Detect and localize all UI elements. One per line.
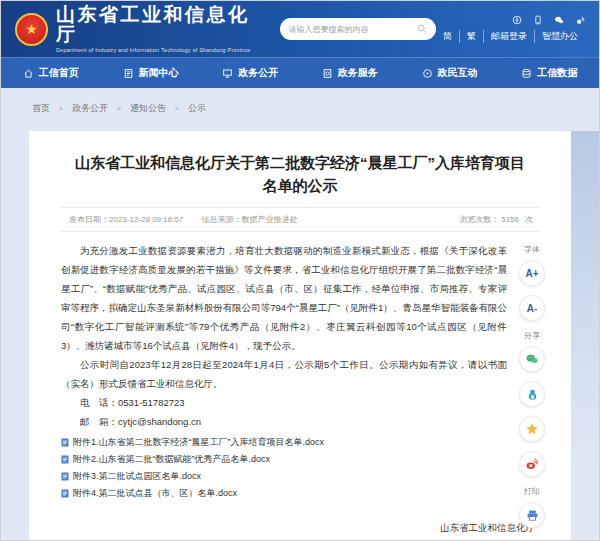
smart-office-link[interactable]: 智慧办公 xyxy=(534,30,585,43)
decorative-gradient-strip xyxy=(571,131,600,461)
nav-item-news[interactable]: 新闻中心 xyxy=(101,58,201,88)
wechat-icon[interactable] xyxy=(554,15,564,25)
national-emblem-icon: ★ xyxy=(15,13,48,46)
header-right: 简 繁 邮箱登录 智慧办公 xyxy=(436,15,585,43)
nav-item-disclosure[interactable]: 政务公开 xyxy=(200,58,300,88)
nav-item-interaction[interactable]: 政民互动 xyxy=(400,58,500,88)
signature-block: 山东省工业和信息化厅 2023年12月28日 xyxy=(29,516,535,541)
share-qq-button[interactable] xyxy=(519,381,545,407)
view-count-label: 浏览次数： xyxy=(459,215,499,224)
attachment-list: 附件1.山东省第二批数字经济“晨星工厂”入库培育项目名单.docx 附件2.山东… xyxy=(61,434,507,502)
wechat-icon xyxy=(525,352,539,366)
info-source-label: 信息来源： xyxy=(202,215,242,224)
site-titles: 山东省工业和信息化厅 Department of Industry and In… xyxy=(56,5,266,53)
site-header: ★ 山东省工业和信息化厅 Department of Industry and … xyxy=(1,1,599,57)
nav-label: 工信数据 xyxy=(537,66,577,80)
font-increase-button[interactable]: A+ xyxy=(519,260,545,286)
signature-org: 山东省工业和信息化厅 xyxy=(29,516,535,540)
attachment-label: 附件3.第二批试点园区名单.docx xyxy=(73,468,201,485)
share-wechat-button[interactable] xyxy=(519,346,545,372)
attachment-link-1[interactable]: 附件1.山东省第二批数字经济“晨星工厂”入库培育项目名单.docx xyxy=(61,434,507,451)
main-nav: 工信首页 新闻中心 政务公开 政务服务 政民互动 工信数据 xyxy=(1,57,599,88)
word-doc-icon xyxy=(61,455,69,464)
word-doc-icon xyxy=(61,489,69,498)
breadcrumb-home[interactable]: 首页 xyxy=(32,102,50,115)
attachment-link-4[interactable]: 附件4.第二批试点县（市、区）名单.docx xyxy=(61,485,507,502)
article-meta: 发布日期：2023-12-28 09:16:57 信息来源：数据产业推进处 浏览… xyxy=(59,207,541,232)
accessibility-icon[interactable] xyxy=(512,15,522,25)
services-icon xyxy=(322,68,333,79)
article-body: 为充分激发工业数据资源要素潜力，培育壮大数据驱动的制造业新模式新业态，根据《关于… xyxy=(61,241,507,502)
header-quick-links: 简 繁 邮箱登录 智慧办公 xyxy=(436,30,585,43)
header-mini-icons xyxy=(436,15,585,25)
qq-icon xyxy=(526,388,539,401)
site-title: 山东省工业和信息化厅 xyxy=(56,5,266,45)
print-label: 打印 xyxy=(517,486,547,497)
contact-phone: 电 话：0531-51782723 xyxy=(61,393,507,412)
attachment-link-2[interactable]: 附件2.山东省第二批“数据赋能”优秀产品名单.docx xyxy=(61,451,507,468)
nav-item-services[interactable]: 政务服务 xyxy=(300,58,400,88)
database-icon xyxy=(521,68,532,79)
nav-label: 新闻中心 xyxy=(139,66,179,80)
nav-item-home[interactable]: 工信首页 xyxy=(1,58,101,88)
nav-item-data[interactable]: 工信数据 xyxy=(499,58,599,88)
mail-login-link[interactable]: 邮箱登录 xyxy=(483,30,534,43)
meta-left: 发布日期：2023-12-28 09:16:57 信息来源：数据产业推进处 xyxy=(69,214,314,225)
nav-label: 政民互动 xyxy=(438,66,478,80)
publish-date-value: 2023-12-28 09:16:57 xyxy=(109,215,183,224)
share-label: 分享 xyxy=(517,330,547,341)
view-count-value: 5156 xyxy=(501,215,519,224)
info-source: 信息来源：数据产业推进处 xyxy=(202,215,298,224)
nav-label: 工信首页 xyxy=(39,66,79,80)
search-icon[interactable] xyxy=(417,24,427,34)
paragraph-2: 公示时间自2023年12月28日起至2024年1月4日，公示期5个工作日。公示期… xyxy=(61,355,507,393)
info-source-value: 数据产业推进处 xyxy=(242,215,298,224)
word-doc-icon xyxy=(61,472,69,481)
news-icon xyxy=(123,68,134,79)
side-toolbar: 字体 A+ A- 分享 打印 xyxy=(517,237,547,537)
weibo-icon xyxy=(525,457,539,471)
view-count-unit: 次 xyxy=(525,215,533,224)
qzone-icon xyxy=(525,422,539,436)
breadcrumb-disclosure[interactable]: 政务公开 xyxy=(50,102,108,115)
nav-label: 政务公开 xyxy=(238,66,278,80)
monitor-icon xyxy=(222,68,233,79)
breadcrumb-current: 公示 xyxy=(166,102,206,115)
attachment-label: 附件4.第二批试点县（市、区）名单.docx xyxy=(73,485,237,502)
article-title: 山东省工业和信息化厅关于第二批数字经济“晨星工厂”入库培育项目名单的公示 xyxy=(69,151,531,197)
mobile-icon[interactable] xyxy=(533,15,543,25)
attachment-label: 附件2.山东省第二批“数据赋能”优秀产品名单.docx xyxy=(73,451,270,468)
breadcrumb: 首页 政务公开 通知公告 公示 xyxy=(1,88,599,115)
share-weibo-button[interactable] xyxy=(519,451,545,477)
home-icon xyxy=(23,68,34,79)
weibo-icon[interactable] xyxy=(575,15,585,25)
font-decrease-button[interactable]: A- xyxy=(519,295,545,321)
lang-traditional-link[interactable]: 繁 xyxy=(459,30,483,43)
interaction-icon xyxy=(422,68,433,79)
attachment-label: 附件1.山东省第二批数字经济“晨星工厂”入库培育项目名单.docx xyxy=(73,434,324,451)
printer-icon xyxy=(526,509,539,522)
article-card: 山东省工业和信息化厅关于第二批数字经济“晨星工厂”入库培育项目名单的公示 发布日… xyxy=(29,131,571,540)
breadcrumb-notices[interactable]: 通知公告 xyxy=(108,102,166,115)
nav-label: 政务服务 xyxy=(338,66,378,80)
page: ★ 山东省工业和信息化厅 Department of Industry and … xyxy=(0,0,600,541)
lang-simplified-link[interactable]: 简 xyxy=(436,30,459,43)
share-qzone-button[interactable] xyxy=(519,416,545,442)
attachment-link-3[interactable]: 附件3.第二批试点园区名单.docx xyxy=(61,468,507,485)
font-size-label: 字体 xyxy=(517,244,547,255)
print-button[interactable] xyxy=(519,502,545,528)
site-subtitle: Department of Industry and Information T… xyxy=(56,47,266,53)
search-box[interactable] xyxy=(280,18,436,40)
word-doc-icon xyxy=(61,438,69,447)
view-count: 浏览次数：5156次 xyxy=(459,214,533,225)
paragraph-1: 为充分激发工业数据资源要素潜力，培育壮大数据驱动的制造业新模式新业态，根据《关于… xyxy=(61,241,507,355)
search-input[interactable] xyxy=(289,25,417,34)
contact-email: 邮 箱：cytjc@shandong.cn xyxy=(61,412,507,431)
publish-date: 发布日期：2023-12-28 09:16:57 xyxy=(69,215,183,224)
publish-date-label: 发布日期： xyxy=(69,215,109,224)
